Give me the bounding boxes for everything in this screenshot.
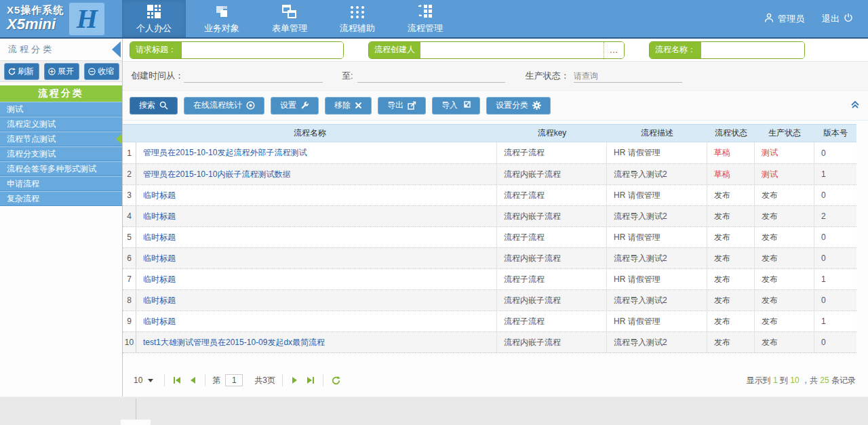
- export-button[interactable]: 导出: [378, 97, 426, 115]
- first-page-button[interactable]: [172, 375, 182, 386]
- col-header-name[interactable]: 流程名称: [123, 127, 497, 139]
- next-page-button[interactable]: [290, 375, 300, 386]
- table-row[interactable]: 10 test1大雄测试管理员在2015-10-09发起dx最简流程 流程内嵌子…: [123, 331, 856, 352]
- page-number-input[interactable]: [225, 374, 243, 386]
- process-name-link[interactable]: 临时标题: [136, 269, 497, 289]
- col-header-status[interactable]: 流程状态: [707, 127, 755, 139]
- table-row[interactable]: 2 管理员在2015-10-10内嵌子流程测试数据 流程内嵌子流程 流程导入测试…: [123, 163, 856, 184]
- tab-process-management[interactable]: 流程管理: [393, 0, 457, 37]
- set-category-button[interactable]: 设置分类: [486, 97, 551, 115]
- col-header-prod-status[interactable]: 生产状态: [755, 127, 814, 139]
- sidebar-category-item[interactable]: 测试: [0, 102, 122, 117]
- summary-to: 10: [790, 376, 799, 385]
- pagination-bar: 10 第 共3页: [123, 371, 868, 389]
- bottom-splitter-area: [0, 397, 868, 425]
- divider: [323, 374, 323, 386]
- search-button[interactable]: 搜索: [130, 97, 178, 115]
- sidebar-category-item[interactable]: 流程分支测试: [0, 146, 122, 161]
- sidebar-collapse-arrow-icon[interactable]: [112, 41, 121, 58]
- process-table: 流程名称 流程key 流程描述 流程状态 生产状态 版本号 1 管理员在2015…: [123, 124, 856, 353]
- settings-button[interactable]: 设置: [271, 97, 319, 115]
- row-number: 3: [123, 185, 136, 205]
- prod-status: 发布: [755, 311, 814, 331]
- expand-all-button[interactable]: 展开: [44, 63, 79, 80]
- last-page-button[interactable]: [305, 375, 316, 386]
- row-number: 8: [123, 290, 136, 310]
- created-from-input[interactable]: [184, 69, 323, 83]
- process-name-link[interactable]: test1大雄测试管理员在2015-10-09发起dx最简流程: [136, 332, 497, 352]
- collapse-search-panel-icon[interactable]: [850, 100, 860, 112]
- tab-label: 流程管理: [408, 22, 443, 35]
- category-label: 流程分支测试: [7, 149, 56, 159]
- tab-label: 流程辅助: [340, 22, 375, 35]
- version-number: 0: [814, 248, 856, 268]
- top-header: X5操作系统 X5mini H 个人办公 业务对象: [0, 0, 868, 37]
- process-desc: HR 请假管理: [607, 311, 707, 331]
- table-body: 1 管理员在2015-10-10发起流程外部子流程测试 流程子流程 HR 请假管…: [123, 142, 856, 352]
- process-name-link[interactable]: 临时标题: [136, 206, 497, 226]
- col-header-desc[interactable]: 流程描述: [607, 127, 707, 139]
- tab-business-objects[interactable]: 业务对象: [190, 0, 254, 37]
- process-name-link[interactable]: 临时标题: [136, 227, 497, 247]
- sidebar-category-item[interactable]: 流程定义测试: [0, 117, 122, 131]
- refresh-button[interactable]: 刷新: [4, 63, 39, 80]
- table-row[interactable]: 3 临时标题 流程子流程 HR 请假管理 发布 发布 0: [123, 184, 856, 205]
- tree-title: 流程分类: [0, 85, 122, 102]
- process-name-link[interactable]: 临时标题: [136, 248, 497, 268]
- process-name-link[interactable]: 临时标题: [136, 185, 497, 205]
- collapse-all-button[interactable]: 收缩: [84, 63, 119, 80]
- gear-icon: [532, 101, 541, 110]
- action-toolbar: 搜索 在线流程统计 设置 移除 导出 导入: [123, 91, 868, 121]
- table-row[interactable]: 9 临时标题 流程子流程 HR 请假管理 发布 发布 1: [123, 310, 856, 331]
- online-flow-stats-button[interactable]: 在线流程统计: [184, 97, 264, 115]
- sidebar-category-item[interactable]: 流程会签等多种形式测试: [0, 161, 122, 176]
- table-row[interactable]: 4 临时标题 流程内嵌子流程 流程导入测试2 发布 发布 2: [123, 205, 856, 226]
- target-icon: [246, 101, 255, 110]
- request-title-input[interactable]: [182, 42, 343, 58]
- splitter-handle[interactable]: [121, 420, 151, 425]
- flow-name-input[interactable]: [701, 42, 804, 58]
- user-name[interactable]: 管理员: [778, 13, 804, 25]
- app-title: X5操作系统 X5mini: [7, 4, 64, 33]
- process-name-link[interactable]: 临时标题: [136, 311, 497, 331]
- col-header-version[interactable]: 版本号: [814, 127, 856, 139]
- logout-link[interactable]: 退出: [822, 13, 840, 25]
- reload-grid-button[interactable]: [330, 375, 342, 386]
- sidebar-category-item[interactable]: 复杂流程: [0, 191, 122, 206]
- table-row[interactable]: 7 临时标题 流程子流程 HR 请假管理 发布 发布 1: [123, 268, 856, 289]
- tab-label: 个人办公: [136, 22, 172, 35]
- summary-from: 1: [773, 376, 778, 385]
- stacked-squares-icon: [214, 3, 229, 19]
- windows-icon: [281, 3, 298, 19]
- sidebar-category-item[interactable]: 流程节点测试: [0, 131, 122, 146]
- prod-status-input[interactable]: [574, 69, 682, 83]
- category-label: 复杂流程: [7, 194, 39, 203]
- creator-picker-button[interactable]: …: [604, 42, 624, 58]
- tab-personal-office[interactable]: 个人办公: [122, 0, 186, 37]
- process-desc: HR 请假管理: [607, 142, 707, 163]
- created-to-input[interactable]: [357, 69, 505, 83]
- summary-prefix: 显示到: [747, 376, 771, 385]
- process-key: 流程内嵌子流程: [497, 332, 607, 352]
- process-name-link[interactable]: 管理员在2015-10-10发起流程外部子流程测试: [136, 142, 497, 163]
- process-name-link[interactable]: 管理员在2015-10-10内嵌子流程测试数据: [136, 164, 497, 184]
- col-header-key[interactable]: 流程key: [497, 127, 607, 139]
- sidebar-category-item[interactable]: 申请流程: [0, 176, 122, 191]
- import-button[interactable]: 导入: [432, 97, 480, 115]
- process-name-link[interactable]: 临时标题: [136, 290, 497, 310]
- page-prefix-label: 第: [212, 375, 220, 386]
- tab-form-management[interactable]: 表单管理: [258, 0, 321, 37]
- power-icon[interactable]: [844, 13, 853, 24]
- remove-button[interactable]: 移除: [325, 97, 372, 115]
- table-row[interactable]: 1 管理员在2015-10-10发起流程外部子流程测试 流程子流程 HR 请假管…: [123, 142, 856, 163]
- prev-page-button[interactable]: [187, 375, 198, 386]
- creator-input[interactable]: [420, 42, 604, 58]
- page-size-select[interactable]: 10: [130, 373, 157, 387]
- tab-process-assist[interactable]: 流程辅助: [326, 0, 389, 37]
- import-icon: [462, 101, 471, 110]
- table-row[interactable]: 8 临时标题 流程内嵌子流程 流程导入测试2 发布 发布 0: [123, 289, 856, 310]
- row-number: 2: [123, 164, 136, 184]
- table-row[interactable]: 6 临时标题 流程内嵌子流程 流程导入测试2 发布 发布 0: [123, 247, 856, 268]
- summary-suffix: 条记录: [831, 376, 856, 385]
- table-row[interactable]: 5 临时标题 流程子流程 HR 请假管理 发布 发布 0: [123, 226, 856, 247]
